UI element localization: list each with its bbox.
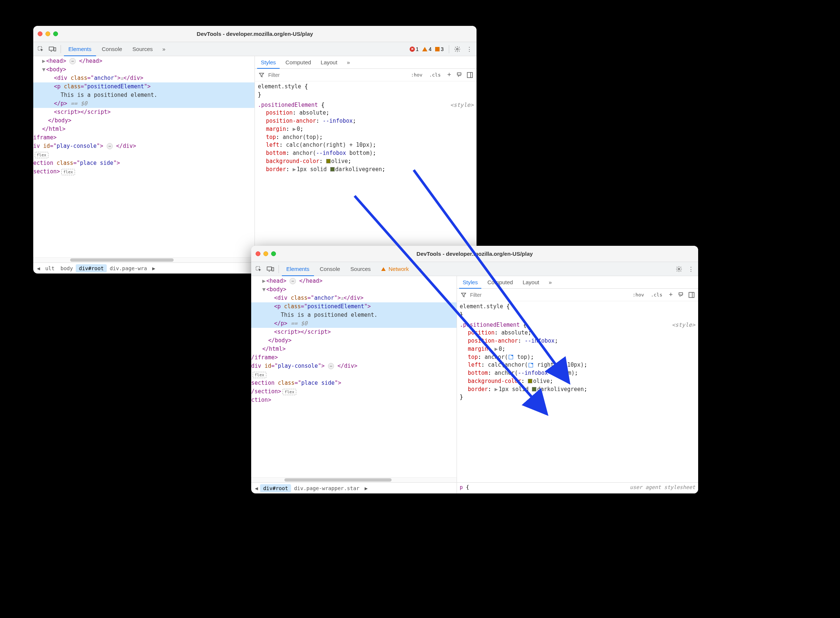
divider [279, 265, 279, 273]
ellipsis-icon[interactable]: ⋯ [70, 58, 76, 64]
dom-tree[interactable]: ▶<head> ⋯ </head> ▼<body> <div class="an… [251, 276, 456, 477]
selected-node[interactable]: <p class="positionedElement"> [33, 82, 255, 91]
more-tabs-icon[interactable]: » [415, 264, 425, 274]
minimize-icon[interactable] [264, 251, 268, 256]
selector[interactable]: .positionedElement [258, 102, 318, 108]
tab-elements[interactable]: Elements [64, 42, 96, 56]
more-tabs-icon[interactable]: » [159, 44, 169, 54]
crumb[interactable]: div.page-wrapper.star [291, 484, 362, 492]
selector[interactable]: .positionedElement [460, 322, 520, 328]
style-source-link[interactable]: <style> [672, 321, 695, 329]
tab-sources[interactable]: Sources [128, 42, 157, 56]
color-swatch[interactable] [528, 379, 532, 383]
subtab-styles[interactable]: Styles [459, 276, 482, 289]
gear-icon[interactable] [674, 264, 684, 274]
warning-icon [381, 267, 386, 271]
horizontal-scrollbar[interactable] [251, 477, 456, 482]
inspect-icon[interactable] [36, 44, 46, 54]
breadcrumb-right-icon[interactable]: ▶ [362, 485, 370, 491]
close-icon[interactable] [38, 31, 43, 36]
crumb-selected[interactable]: div#root [260, 484, 291, 492]
tab-sources[interactable]: Sources [346, 262, 375, 276]
color-swatch[interactable] [330, 167, 335, 171]
expand-icon[interactable]: ▶ [495, 346, 498, 352]
new-rule-icon[interactable]: + [446, 71, 453, 79]
crumb[interactable]: div.page-wra [107, 264, 150, 272]
open-link-icon[interactable] [529, 363, 533, 367]
kebab-icon[interactable]: ⋮ [686, 264, 696, 274]
filter-icon[interactable] [460, 291, 467, 299]
device-icon[interactable] [265, 264, 276, 274]
breadcrumb-left-icon[interactable]: ◀ [35, 265, 42, 271]
css-rules[interactable]: element.style {} <style> .positionedElem… [457, 301, 698, 482]
tab-network[interactable]: Network [377, 262, 413, 276]
ellipsis-icon[interactable]: ⋯ [290, 278, 296, 284]
computed-panel-icon[interactable] [466, 71, 474, 79]
hov-toggle[interactable]: :hov [409, 71, 424, 78]
selector[interactable]: element.style [460, 303, 503, 310]
expand-icon[interactable]: ▶ [293, 126, 296, 132]
tab-console[interactable]: Console [316, 262, 345, 276]
filter-input[interactable] [470, 292, 628, 298]
crumb-selected[interactable]: div#root [76, 264, 107, 272]
titlebar[interactable]: DevTools - developer.mozilla.org/en-US/p… [251, 246, 698, 262]
ellipsis-icon[interactable]: ⋯ [107, 143, 113, 149]
subtab-layout[interactable]: Layout [519, 276, 543, 289]
more-subtabs-icon[interactable]: » [343, 57, 354, 68]
selected-node[interactable]: <p class="positionedElement"> [251, 302, 456, 311]
computed-panel-icon[interactable] [688, 291, 695, 299]
issue-counts[interactable]: ✕1 4 3 [410, 46, 444, 52]
zoom-icon[interactable] [271, 251, 276, 256]
color-swatch[interactable] [532, 387, 536, 391]
style-source-link[interactable]: <style> [450, 101, 474, 109]
gear-icon[interactable] [452, 44, 462, 54]
subtab-computed[interactable]: Computed [483, 276, 516, 289]
subtab-styles[interactable]: Styles [257, 56, 280, 69]
brush-icon[interactable] [677, 291, 685, 299]
ellipsis-icon[interactable]: ⋯ [328, 363, 334, 369]
tab-console[interactable]: Console [98, 42, 127, 56]
horizontal-scrollbar[interactable] [33, 257, 255, 263]
svg-rect-7 [267, 267, 271, 270]
flex-badge[interactable]: flex [35, 152, 48, 158]
expand-icon[interactable]: ▶ [42, 58, 46, 64]
titlebar[interactable]: DevTools - developer.mozilla.org/en-US/p… [33, 26, 477, 42]
crumb[interactable]: body [58, 264, 76, 272]
flex-badge[interactable]: flex [61, 169, 75, 175]
hov-toggle[interactable]: :hov [631, 291, 646, 298]
traffic-lights [38, 31, 58, 36]
cls-toggle[interactable]: .cls [427, 71, 443, 78]
minimize-icon[interactable] [46, 31, 50, 36]
breadcrumb: ◀ div#root div.page-wrapper.star ▶ [251, 482, 456, 493]
filter-icon[interactable] [258, 71, 265, 79]
dom-tree[interactable]: ▶<head> ⋯ </head> ▼<body> <div class="an… [33, 56, 255, 257]
more-subtabs-icon[interactable]: » [545, 277, 556, 288]
css-rules[interactable]: element.style {} <style> .positionedElem… [255, 81, 477, 263]
expand-icon[interactable]: ▶ [293, 166, 296, 172]
selector[interactable]: element.style [258, 83, 301, 90]
zoom-icon[interactable] [53, 31, 58, 36]
expand-icon[interactable]: ▶ [262, 278, 265, 284]
filter-input[interactable] [268, 72, 406, 78]
expand-icon[interactable]: ▶ [495, 386, 498, 392]
collapse-icon[interactable]: ▼ [42, 66, 46, 73]
breadcrumb-left-icon[interactable]: ◀ [253, 485, 260, 491]
flex-badge[interactable]: flex [253, 372, 266, 378]
brush-icon[interactable] [456, 71, 463, 79]
collapse-icon[interactable]: ▼ [262, 286, 265, 293]
flex-badge[interactable]: flex [283, 389, 296, 395]
divider [449, 45, 449, 53]
device-icon[interactable] [47, 44, 58, 54]
crumb[interactable]: ult [42, 264, 57, 272]
tab-elements[interactable]: Elements [282, 262, 314, 276]
subtab-computed[interactable]: Computed [282, 56, 315, 69]
color-swatch[interactable] [326, 159, 330, 163]
kebab-icon[interactable]: ⋮ [464, 44, 474, 54]
new-rule-icon[interactable]: + [667, 291, 674, 299]
subtab-layout[interactable]: Layout [317, 56, 341, 69]
breadcrumb-right-icon[interactable]: ▶ [150, 265, 157, 271]
close-icon[interactable] [256, 251, 261, 256]
open-link-icon[interactable] [509, 355, 513, 359]
cls-toggle[interactable]: .cls [649, 291, 664, 298]
inspect-icon[interactable] [253, 264, 264, 274]
